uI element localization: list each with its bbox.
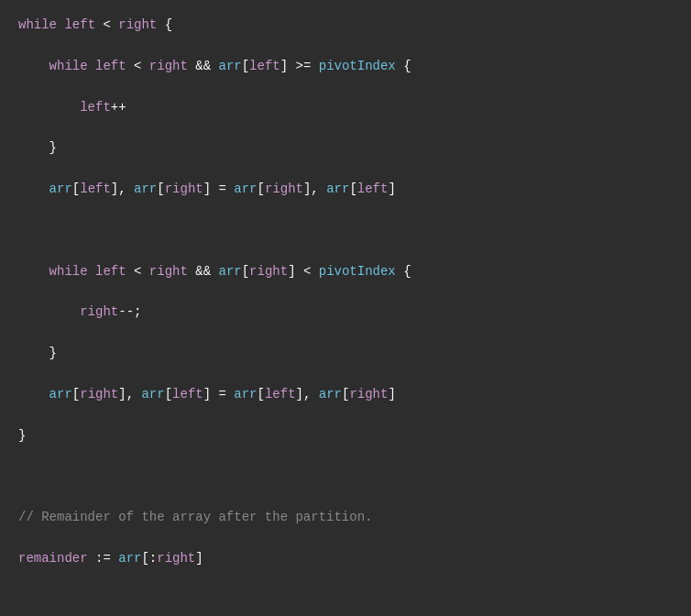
var-remainder: remainder [18, 551, 88, 566]
var-right-3: right [149, 264, 188, 279]
arr-ref-5: arr [118, 551, 141, 566]
code-line-2: while left < right && arr[left] >= pivot… [18, 56, 673, 76]
blank-3 [18, 117, 673, 138]
keyword-while-3: while [49, 264, 88, 279]
code-line-9: arr[right], arr[left] = arr[left], arr[r… [18, 384, 673, 404]
blank-15 [18, 528, 673, 548]
var-left-3: left [95, 264, 126, 279]
var-right-decr: right [80, 304, 118, 319]
blank-10 [18, 364, 673, 384]
var-right-1: right [118, 17, 157, 32]
pivot-ref-2: pivotIndex [319, 264, 396, 279]
code-line-10: } [18, 425, 673, 446]
blank-5 [18, 200, 673, 220]
code-line-8: } [18, 343, 673, 363]
var-left-incr: left [80, 100, 111, 115]
var-left-2: left [95, 59, 126, 73]
blank-1 [18, 35, 673, 55]
code-line-4: } [18, 138, 673, 158]
code-line-7: right--; [18, 302, 673, 322]
var-right-slice: right [157, 551, 195, 566]
keyword-while-2: while [49, 59, 88, 73]
code-comment-1: // Remainder of the array after the part… [18, 507, 673, 527]
comment-text-1: // Remainder of the array after the part… [18, 510, 372, 524]
code-line-3: left++ [18, 97, 673, 117]
blank-13 [18, 467, 673, 487]
arr-ref-2: arr [49, 182, 72, 196]
blank-2 [18, 76, 673, 96]
blank-14 [18, 487, 673, 507]
code-editor: while left < right { while left < right … [0, 0, 691, 616]
blank-6 [18, 220, 673, 240]
blank-11 [18, 404, 673, 424]
code-line-6: while left < right && arr[right] < pivot… [18, 261, 673, 281]
code-line-11: remainder := arr[:right] [18, 548, 673, 568]
blank-4 [18, 159, 673, 179]
var-right-2: right [149, 59, 188, 73]
op-lt-1: < [103, 17, 110, 32]
blank-12 [18, 446, 673, 466]
keyword-while: while [18, 17, 57, 32]
code-line-5: arr[left], arr[right] = arr[right], arr[… [18, 179, 673, 199]
arr-ref-4: arr [49, 387, 72, 402]
var-left-1: left [64, 17, 95, 32]
blank-7 [18, 240, 673, 260]
blank-8 [18, 281, 673, 302]
arr-ref-1: arr [218, 59, 241, 73]
pivot-ref-1: pivotIndex [319, 59, 396, 73]
arr-ref-3: arr [218, 264, 241, 279]
blank-9 [18, 323, 673, 343]
code-line-1: while left < right { [18, 15, 673, 35]
